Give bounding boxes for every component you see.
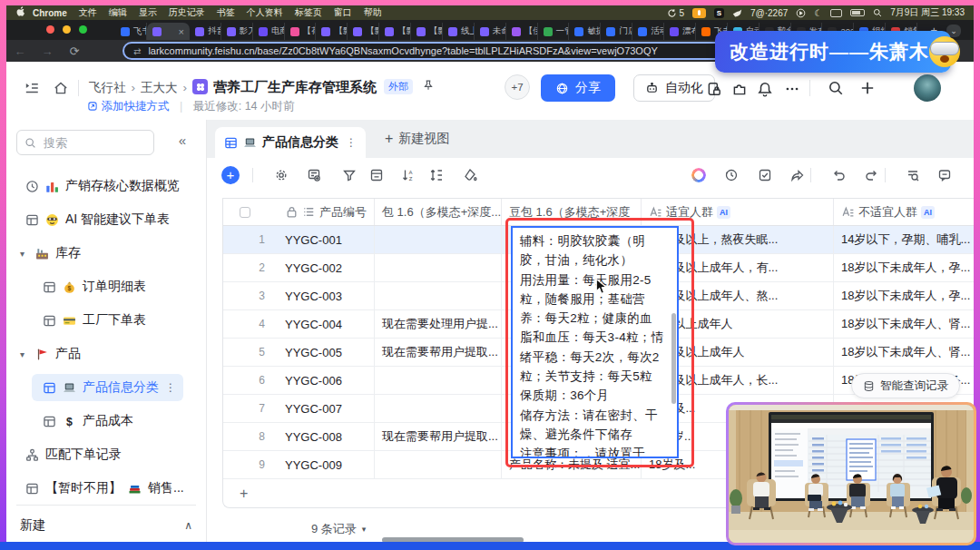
browser-tab[interactable]: 【影 (379, 23, 411, 40)
site-switch-icon[interactable]: ⇄ (133, 46, 141, 56)
pin-icon[interactable] (422, 79, 435, 94)
menu-item[interactable]: 帮助 (364, 6, 382, 19)
record-count[interactable]: 9 条记录 ▾ (311, 521, 366, 537)
browser-tab[interactable]: 影刀 (221, 23, 253, 40)
cell-id[interactable]: YYGC-008 (278, 423, 375, 450)
task-icon[interactable] (758, 168, 772, 182)
moon-icon[interactable]: ☾ (814, 8, 822, 18)
row-height-icon[interactable] (429, 168, 444, 182)
group-icon[interactable] (369, 168, 384, 182)
browser-tab[interactable]: 【影 (348, 23, 379, 40)
browser-tab[interactable]: 【伊 (506, 23, 538, 40)
keyboard-icon[interactable] (830, 9, 842, 17)
microphone-icon[interactable] (692, 8, 706, 18)
cell-col2[interactable] (375, 451, 502, 478)
menu-item[interactable]: 书签 (217, 6, 235, 19)
cell-col2[interactable]: 现在需要处理用户提... (375, 310, 502, 338)
chevron-down-icon[interactable]: ▾ (20, 249, 29, 259)
maximize-window-icon[interactable] (79, 25, 87, 34)
sidebar-search[interactable] (16, 130, 154, 155)
cell-num[interactable]: 2 (223, 254, 278, 281)
chevron-down-icon[interactable]: ▾ (20, 349, 29, 359)
breadcrumb-owner[interactable]: 王大大 (141, 81, 178, 94)
sidebar-toggle-icon[interactable] (24, 80, 40, 96)
browser-tab[interactable]: 敏捷 (569, 23, 601, 40)
automation-button[interactable]: 自动化 (633, 74, 715, 102)
cell-id[interactable]: YYGC-004 (278, 310, 375, 338)
view-tab-active[interactable]: 产品信息分类 ⋮ (215, 127, 366, 158)
close-window-icon[interactable] (46, 25, 54, 34)
add-record-button[interactable]: + (221, 166, 240, 184)
cell-unsuitable[interactable]: 18岁以下未成年人、肾... (834, 339, 974, 366)
chevron-up-icon[interactable]: ∧ (184, 519, 192, 532)
cell-num[interactable]: 4 (223, 310, 278, 338)
share-view-icon[interactable] (789, 168, 804, 182)
cell-col2[interactable]: 现在需要帮用户提取... (375, 423, 502, 450)
kebab-icon[interactable]: ⋮ (346, 136, 357, 149)
browser-tab[interactable]: 【影 (316, 23, 348, 40)
browser-tab[interactable]: 【荷 (285, 23, 317, 40)
close-icon[interactable]: × (178, 26, 183, 37)
cell-num[interactable]: 3 (223, 282, 278, 309)
browser-tab[interactable]: 漂布 (664, 23, 696, 40)
browser-tab[interactable]: 抖音 (190, 23, 221, 40)
menu-item[interactable]: 编辑 (109, 6, 127, 19)
cell-unsuitable[interactable]: 18岁以下未成年人，孕... (834, 282, 974, 309)
cell-id[interactable]: YYGC-007 (278, 395, 375, 422)
live-video[interactable] (726, 402, 976, 545)
forward-icon[interactable]: → (34, 44, 61, 58)
share-button[interactable]: 分享 (541, 74, 615, 102)
menu-item[interactable]: 个人资料 (247, 6, 283, 19)
menu-item[interactable]: 显示 (139, 6, 157, 19)
find-in-view-icon[interactable] (906, 168, 920, 182)
cell-col2[interactable] (375, 367, 502, 394)
cell-num[interactable]: 9 (223, 451, 278, 478)
paint-icon[interactable] (463, 168, 477, 182)
cell-col2[interactable] (375, 254, 502, 281)
home-icon[interactable] (53, 80, 69, 96)
header-col2[interactable]: 包 1.6（多模态+深度... (375, 199, 502, 225)
sidebar-item[interactable]: $订单明细表 (6, 273, 206, 300)
browser-tab[interactable]: 【影 (411, 23, 443, 40)
sidebar-item[interactable]: 【暂时不用】销售... (6, 475, 206, 502)
sidebar-item[interactable]: 匹配下单记录 (6, 441, 206, 468)
settings-icon[interactable] (274, 168, 289, 182)
browser-tab[interactable]: 门店 (601, 23, 632, 40)
search-icon[interactable] (828, 80, 844, 96)
battery-icon[interactable] (850, 9, 865, 16)
menubar-datetime[interactable]: 7月9日 周三 19:33 (890, 6, 965, 19)
cell-unsuitable[interactable]: 18岁以下未成年人，孕... (834, 254, 974, 281)
sidebar-item[interactable]: 产品信息分类⋮ (32, 374, 183, 401)
apple-icon[interactable] (15, 6, 25, 19)
menu-item[interactable]: Chrome (33, 8, 67, 18)
browser-tab[interactable]: 一管 (538, 23, 570, 40)
browser-tab[interactable]: 飞书 (115, 23, 147, 40)
ai-icon[interactable] (691, 168, 706, 182)
spotlight-icon[interactable] (873, 8, 882, 17)
cell-num[interactable]: 6 (223, 367, 278, 394)
plus-icon[interactable] (859, 80, 876, 96)
menu-item[interactable]: 文件 (79, 6, 97, 19)
cell-id[interactable]: YYGC-006 (278, 367, 375, 394)
sidebar-item[interactable]: ▾库存 (6, 240, 206, 267)
collaborators-badge[interactable]: +7 (505, 74, 530, 100)
cell-col2[interactable] (375, 395, 502, 422)
field-config-icon[interactable] (307, 168, 321, 182)
cell-col2[interactable] (375, 226, 502, 253)
doc-lock-icon[interactable] (706, 81, 722, 97)
cell-num[interactable]: 5 (223, 339, 278, 366)
history-icon[interactable] (724, 168, 739, 182)
cell-id[interactable]: YYGC-005 (278, 339, 375, 366)
sort-icon[interactable]: AZ (401, 168, 416, 182)
redo-icon[interactable] (864, 168, 878, 182)
browser-tab[interactable]: 活动 (632, 23, 664, 40)
add-shortcut-link[interactable]: 添加快捷方式 (101, 100, 169, 113)
browser-tab[interactable]: 电商 (253, 23, 285, 40)
sidebar-item[interactable]: AI 智能建议下单表 (6, 206, 206, 233)
back-icon[interactable]: ← (6, 44, 34, 58)
widget-icon[interactable] (731, 81, 748, 97)
bell-icon[interactable] (757, 81, 773, 97)
cell-id[interactable]: YYGC-002 (278, 254, 375, 281)
cell-scrollbar[interactable] (671, 313, 676, 404)
header-product-id[interactable]: 产品编号 (278, 199, 375, 225)
